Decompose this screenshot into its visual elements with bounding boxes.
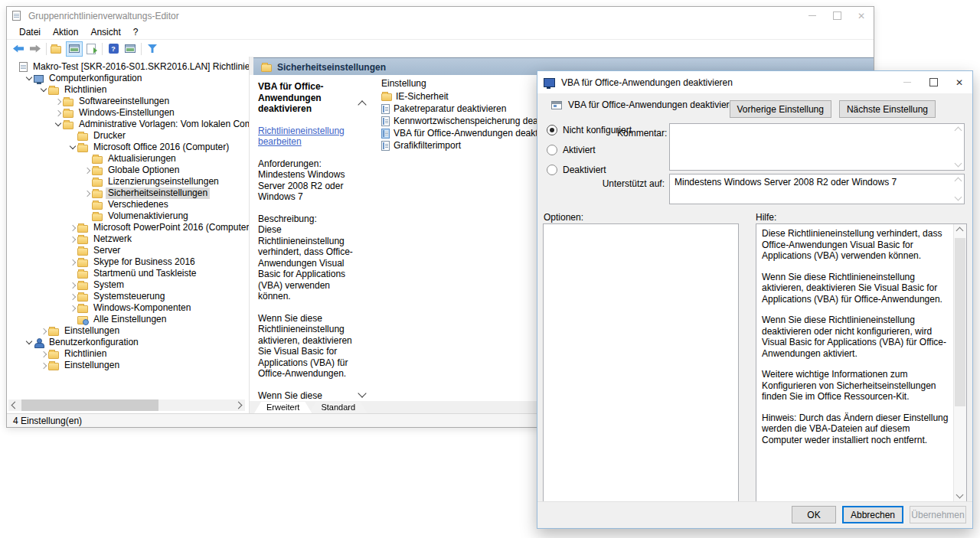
tree-item[interactable]: Computerkonfiguration [7, 73, 249, 84]
export-list-icon[interactable] [83, 41, 100, 57]
tree-item[interactable]: Windows-Einstellungen [7, 107, 249, 119]
ok-button[interactable]: OK [792, 506, 836, 523]
maximize-button[interactable] [825, 7, 849, 24]
tree-item[interactable]: Softwareeinstellungen [7, 96, 249, 107]
expander-closed-icon[interactable] [70, 282, 76, 288]
expander-open-icon[interactable] [70, 143, 76, 149]
tree-item[interactable]: Benutzerkonfiguration [7, 337, 249, 348]
expander-closed-icon[interactable] [84, 167, 90, 173]
expander-closed-icon[interactable] [70, 224, 76, 230]
tree-item[interactable]: Administrative Vorlagen: Vom lokalen Com… [7, 119, 249, 130]
tree-item[interactable]: Startmenü und Taskleiste [7, 268, 249, 279]
menu-datei[interactable]: Datei [13, 24, 47, 39]
expander-open-icon[interactable] [41, 86, 47, 92]
help-label: Hilfe: [756, 212, 776, 223]
expander-closed-icon[interactable] [41, 328, 47, 334]
expander-closed-icon[interactable] [70, 293, 76, 299]
expander-closed-icon[interactable] [70, 236, 76, 242]
dialog-close-button[interactable]: ✕ [946, 71, 972, 93]
expander-closed-icon[interactable] [70, 305, 76, 311]
apply-button[interactable]: Übernehmen [910, 506, 966, 523]
tree-item[interactable]: Drucker [7, 130, 249, 142]
tree-item-label: Administrative Vorlagen: Vom lokalen Com… [77, 119, 250, 130]
tree-item[interactable]: Richtlinien [7, 84, 249, 96]
menu-?[interactable]: ? [127, 24, 145, 39]
expander-open-icon[interactable] [26, 338, 32, 344]
scroll-down-icon[interactable] [955, 194, 962, 201]
console-window-icon[interactable] [122, 41, 139, 57]
app-icon [12, 11, 21, 21]
tree-horizontal-scrollbar[interactable] [8, 399, 245, 411]
expander-closed-icon[interactable] [41, 351, 47, 357]
scroll-left-icon[interactable] [11, 402, 19, 409]
scroll-down-icon[interactable] [358, 389, 366, 397]
tree-item[interactable]: Netzwerk [7, 233, 249, 245]
expander-closed-icon[interactable] [70, 259, 76, 265]
scroll-up-icon[interactable] [358, 100, 366, 109]
tree-item[interactable]: Globale Optionen [7, 165, 249, 176]
up-folder-icon[interactable] [49, 41, 66, 57]
edit-policy-link[interactable]: Richtlinieneinstellung bearbeiten [258, 126, 359, 148]
scroll-up-icon[interactable] [955, 178, 962, 185]
expander-open-icon[interactable] [26, 74, 32, 80]
help-paragraph: Diese Richtlinieneinstellung verhindert,… [762, 228, 951, 262]
tree-item[interactable]: Alle Einstellungen [7, 314, 249, 325]
tree-item[interactable]: Systemsteuerung [7, 291, 249, 302]
help-icon[interactable]: ? [105, 41, 122, 57]
dialog-minimize-button[interactable] [894, 71, 920, 93]
dialog-maximize-button[interactable] [920, 71, 946, 93]
tree-pane: Makro-Test [SKR-2016-S01.SKR2016.LAN] Ri… [7, 57, 250, 413]
close-button[interactable]: ✕ [849, 7, 874, 24]
next-setting-button[interactable]: Nächste Einstellung [839, 100, 936, 118]
tree-item[interactable]: Windows-Komponenten [7, 302, 249, 314]
comment-input[interactable] [670, 124, 964, 170]
radio-deaktiviert[interactable]: Deaktiviert [547, 165, 632, 175]
tree-item[interactable]: Volumenaktivierung [7, 210, 249, 222]
tree-item[interactable]: System [7, 279, 249, 291]
scroll-thumb[interactable] [955, 238, 965, 406]
minimize-button[interactable] [800, 7, 825, 24]
tree-item[interactable]: Sicherheitseinstellungen [7, 187, 249, 199]
tree-item[interactable]: Skype for Business 2016 [7, 256, 249, 268]
tree-item[interactable]: Richtlinien [7, 348, 249, 360]
tree-item-label: Aktualisierungen [106, 153, 178, 165]
scroll-thumb[interactable] [21, 399, 158, 411]
tree-item[interactable]: Aktualisierungen [7, 153, 249, 165]
expander-closed-icon[interactable] [55, 109, 61, 116]
tree-item[interactable]: Server [7, 245, 249, 256]
radio-aktiviert[interactable]: Aktiviert [547, 145, 632, 155]
previous-setting-button[interactable]: Vorherige Einstellung [730, 100, 831, 118]
radio-button-icon[interactable] [547, 125, 557, 135]
expander-open-icon[interactable] [55, 120, 61, 126]
help-scrollbar[interactable] [953, 224, 966, 501]
tree-item[interactable]: Makro-Test [SKR-2016-S01.SKR2016.LAN] Ri… [7, 61, 249, 73]
scroll-up-icon[interactable] [956, 227, 964, 235]
scroll-down-icon[interactable] [956, 491, 964, 499]
expander-closed-icon[interactable] [55, 98, 61, 104]
filter-icon[interactable] [144, 41, 161, 57]
tree-item[interactable]: Einstellungen [7, 325, 249, 337]
tree-item[interactable]: Einstellungen [7, 360, 249, 371]
description-scrollbar[interactable] [357, 100, 368, 398]
radio-button-icon[interactable] [547, 165, 557, 175]
folder-icon [77, 248, 88, 256]
folder-icon [48, 87, 59, 95]
tree-item-label: Startmenü und Taskleiste [91, 268, 199, 279]
menu-ansicht[interactable]: Ansicht [84, 24, 126, 39]
tree-item[interactable]: Verschiedenes [7, 199, 249, 210]
menu-aktion[interactable]: Aktion [47, 24, 84, 39]
forward-icon[interactable] [27, 41, 44, 57]
console-tree-icon[interactable] [66, 41, 83, 57]
expander-closed-icon[interactable] [84, 190, 90, 196]
tab-erweitert[interactable]: Erweitert [254, 402, 312, 413]
tree-item[interactable]: Lizenzierungseinstellungen [7, 176, 249, 187]
tree-item[interactable]: Microsoft Office 2016 (Computer) [7, 142, 249, 153]
radio-button-icon[interactable] [547, 145, 557, 155]
cancel-button[interactable]: Abbrechen [842, 506, 903, 523]
scroll-right-icon[interactable] [235, 402, 243, 409]
tree-item[interactable]: Microsoft PowerPoint 2016 (Computer) [7, 222, 249, 233]
options-box[interactable] [543, 223, 739, 502]
tab-standard[interactable]: Standard [309, 402, 368, 413]
back-icon[interactable] [10, 41, 27, 57]
expander-closed-icon[interactable] [41, 362, 47, 368]
